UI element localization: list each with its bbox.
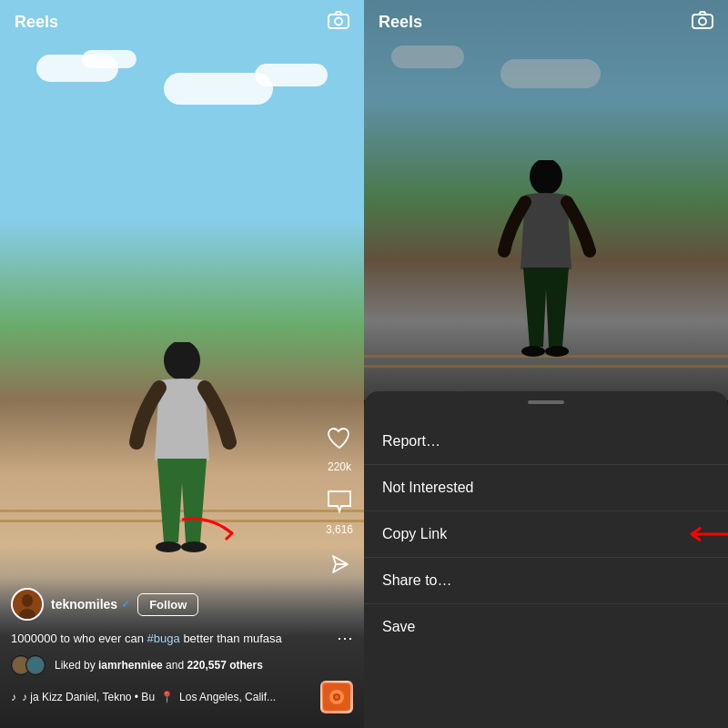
likes-row: Liked by iamrhenniee and 220,557 others	[11, 655, 353, 675]
action-buttons: 220k 3,616	[326, 427, 353, 582]
location-pin-icon: 📍	[160, 691, 174, 703]
music-row: ♪ ♪ ja Kizz Daniel, Tekno • Bu 📍 Los Ang…	[11, 681, 353, 713]
follow-button[interactable]: Follow	[137, 593, 198, 616]
music-thumbnail	[320, 681, 353, 713]
comment-button[interactable]: 3,616	[326, 490, 353, 536]
right-panel: Reels Report… Not Interested Copy Link	[364, 0, 728, 728]
verified-badge: ✓	[121, 598, 130, 611]
like-avatars	[11, 655, 40, 675]
camera-icon-left[interactable]	[328, 11, 349, 34]
sheet-item-copy-link[interactable]: Copy Link	[364, 511, 728, 558]
sheet-handle	[528, 400, 564, 404]
sheet-item-save[interactable]: Save	[364, 604, 728, 650]
left-panel: Reels 220k 3,616	[0, 0, 364, 728]
svg-rect-17	[693, 15, 713, 28]
svg-point-15	[521, 346, 545, 357]
cloud-right-2	[500, 59, 601, 88]
svg-point-9	[27, 657, 44, 673]
like-count: 220k	[328, 460, 351, 473]
header-right: Reels	[364, 0, 728, 45]
red-arrow-left	[173, 511, 246, 551]
comment-icon	[327, 490, 352, 520]
person-silhouette-left	[127, 342, 237, 592]
like-button[interactable]: 220k	[327, 427, 352, 473]
right-header-title: Reels	[379, 13, 422, 32]
music-text: ♪ ja Kizz Daniel, Tekno • Bu	[22, 691, 155, 703]
heart-icon	[327, 427, 352, 457]
svg-point-4	[335, 18, 342, 25]
svg-point-6	[22, 594, 33, 607]
location-text: Los Angeles, Calif...	[179, 691, 276, 703]
music-info: ♪ ♪ ja Kizz Daniel, Tekno • Bu 📍 Los Ang…	[11, 691, 276, 703]
sheet-item-report[interactable]: Report…	[364, 419, 728, 465]
like-avatar-2	[25, 655, 46, 675]
cloud-2	[82, 50, 136, 68]
svg-rect-3	[329, 15, 349, 28]
sheet-item-not-interested[interactable]: Not Interested	[364, 465, 728, 511]
username: teknomiles ✓	[51, 597, 130, 612]
svg-point-14	[530, 160, 562, 195]
person-silhouette-right	[496, 160, 596, 391]
cloud-right-1	[391, 46, 464, 68]
caption-row: 1000000 to who ever can #buga better tha…	[11, 628, 353, 648]
red-arrow-right	[682, 521, 728, 548]
avatar	[11, 588, 44, 621]
likes-text: Liked by iamrhenniee and 220,557 others	[55, 659, 263, 672]
bottom-sheet: Report… Not Interested Copy Link Share t…	[364, 391, 728, 728]
svg-point-13	[335, 695, 339, 699]
svg-point-16	[545, 346, 569, 357]
left-header-title: Reels	[15, 13, 58, 32]
svg-point-18	[699, 18, 706, 25]
cloud-4	[255, 64, 328, 86]
svg-point-0	[164, 342, 200, 380]
sheet-item-share-to[interactable]: Share to…	[364, 558, 728, 604]
comment-count: 3,616	[326, 523, 353, 536]
music-note-icon: ♪	[11, 691, 16, 703]
bottom-overlay: teknomiles ✓ Follow 1000000 to who ever …	[0, 577, 364, 728]
header-left: Reels	[0, 0, 364, 45]
camera-icon-right[interactable]	[692, 11, 713, 34]
hashtag: #buga	[147, 632, 180, 645]
more-options-button[interactable]: ⋯	[337, 628, 353, 648]
caption-text: 1000000 to who ever can #buga better tha…	[11, 632, 311, 645]
user-row: teknomiles ✓ Follow	[11, 588, 353, 621]
